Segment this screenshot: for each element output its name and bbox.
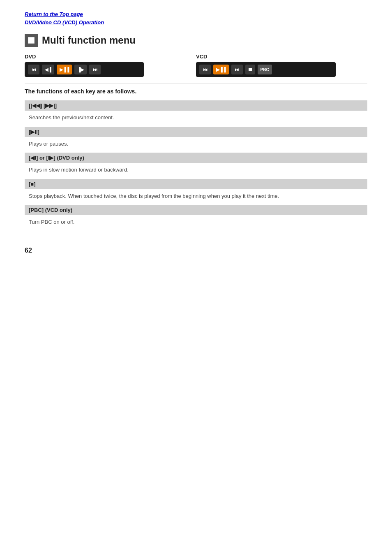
top-page-link[interactable]: Return to the Top page (25, 10, 367, 19)
dvd-slow-fwd-btn[interactable]: ▐▶ (74, 65, 87, 74)
section-slow-header: [◀I] or [I▶] (DVD only) (25, 153, 367, 163)
section-prev-next-header: [|◀◀] [▶▶|] (25, 100, 367, 111)
device-columns: DVD ⏮ ◀▐ ▶▐▐ ▐▶ ⏭ VCD ⏮ ▶▐▐ ⏭ PBC (25, 53, 367, 77)
vcd-prev-btn[interactable]: ⏮ (199, 65, 211, 74)
section-pbc: [PBC] (VCD only) Turn PBC on or off. (25, 205, 367, 230)
section-stop: [■] Stops playback. When touched twice, … (25, 179, 367, 204)
dvd-prev-btn[interactable]: ⏮ (28, 65, 39, 74)
section-slow: [◀I] or [I▶] (DVD only) Plays in slow mo… (25, 153, 367, 178)
vcd-column: VCD ⏮ ▶▐▐ ⏭ PBC (196, 53, 367, 77)
top-navigation: Return to the Top page DVD/Video CD (VCD… (25, 10, 367, 26)
section-stop-body: Stops playback. When touched twice, the … (25, 189, 367, 204)
section-pbc-header: [PBC] (VCD only) (25, 205, 367, 215)
intro-text: The functions of each key are as follows… (25, 88, 367, 95)
dvd-slow-rev-btn[interactable]: ◀▐ (42, 65, 54, 74)
vcd-pbc-btn[interactable]: PBC (258, 65, 272, 74)
section-slow-body: Plays in slow motion forward or backward… (25, 163, 367, 178)
section-play-pause-body: Plays or pauses. (25, 137, 367, 152)
section-prev-next: [|◀◀] [▶▶|] Searches the previous/next c… (25, 100, 367, 126)
sections-container: [|◀◀] [▶▶|] Searches the previous/next c… (25, 100, 367, 230)
page-number: 62 (25, 247, 367, 254)
dvd-column: DVD ⏮ ◀▐ ▶▐▐ ▐▶ ⏭ (25, 53, 196, 77)
dvd-button-bar: ⏮ ◀▐ ▶▐▐ ▐▶ ⏭ (25, 62, 144, 77)
vcd-button-bar: ⏮ ▶▐▐ ⏭ PBC (196, 62, 336, 77)
vcd-label: VCD (196, 53, 367, 60)
vcd-next-btn[interactable]: ⏭ (231, 65, 243, 74)
dvd-label: DVD (25, 53, 196, 60)
section-stop-header: [■] (25, 179, 367, 189)
menu-icon (25, 34, 38, 47)
section-pbc-body: Turn PBC on or off. (25, 215, 367, 230)
vcd-stop-btn[interactable] (245, 65, 255, 74)
vcd-operation-link[interactable]: DVD/Video CD (VCD) Operation (25, 19, 367, 27)
dvd-play-pause-btn[interactable]: ▶▐▐ (57, 65, 72, 74)
section-prev-next-body: Searches the previous/next content. (25, 111, 367, 126)
dvd-next-btn[interactable]: ⏭ (89, 65, 101, 74)
page-title-row: Multi function menu (25, 34, 367, 47)
page-title: Multi function menu (42, 35, 136, 46)
divider (25, 84, 367, 84)
section-play-pause-header: [▶II] (25, 127, 367, 137)
section-play-pause: [▶II] Plays or pauses. (25, 127, 367, 152)
vcd-play-pause-btn[interactable]: ▶▐▐ (213, 65, 229, 74)
